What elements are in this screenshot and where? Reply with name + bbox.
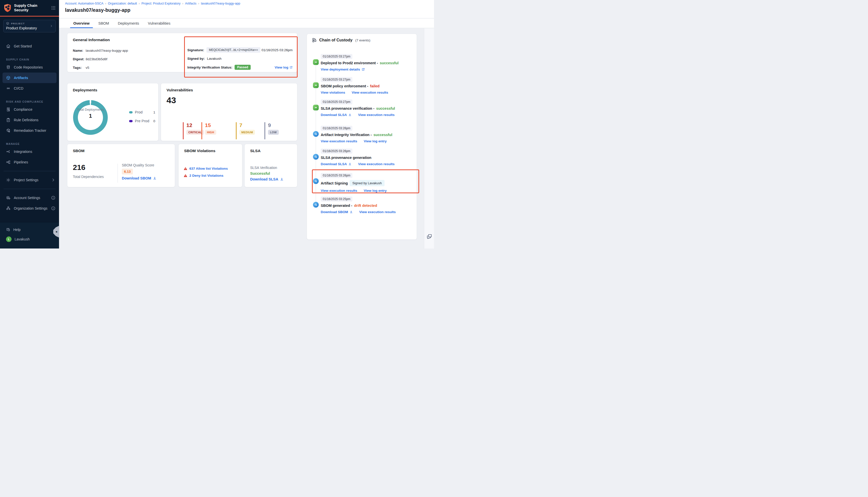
sidebar-item-account-settings[interactable]: Account Settings bbox=[0, 193, 59, 203]
chevron-right-icon bbox=[51, 178, 56, 182]
download-slsa-link[interactable]: Download SLSA bbox=[321, 113, 352, 117]
sidebar-item-artifacts[interactable]: Artifacts bbox=[2, 73, 56, 83]
field-label: Name: bbox=[73, 49, 86, 53]
sidebar-item-get-started[interactable]: Get Started bbox=[0, 41, 59, 52]
view-execution-results-link[interactable]: View execution results bbox=[321, 139, 357, 143]
sbom-quality-score-label: SBOM Quality Score bbox=[122, 163, 154, 167]
external-link-icon bbox=[362, 68, 365, 71]
tags-row: Tags: v5 bbox=[73, 66, 89, 70]
external-link-icon bbox=[290, 66, 293, 69]
home-icon bbox=[6, 44, 11, 48]
app-logo-row: Supply Chain Security bbox=[0, 0, 59, 17]
sidebar-item-cicd[interactable]: CI/CD bbox=[0, 83, 59, 94]
user-menu[interactable]: L Lavakush bbox=[0, 235, 59, 244]
sidebar-item-rule-definitions[interactable]: Rule Definitions bbox=[0, 115, 59, 125]
download-icon bbox=[350, 210, 353, 214]
event-status: successful bbox=[376, 106, 395, 111]
event-timestamp: 01/16/2025 03:27pm bbox=[321, 77, 352, 82]
sidebar-item-label: Compliance bbox=[14, 108, 32, 111]
download-icon bbox=[153, 176, 156, 180]
event-status: successful bbox=[374, 133, 392, 137]
breadcrumb-separator: › bbox=[105, 2, 106, 5]
breadcrumb-current-link[interactable]: lavakush07/easy-buggy-app bbox=[201, 2, 240, 5]
tab-vulnerabilities[interactable]: Vulnerabilities bbox=[145, 18, 174, 28]
download-slsa-link[interactable]: Download SLSA bbox=[321, 162, 352, 166]
scan-event-icon bbox=[313, 131, 319, 137]
view-execution-results-link[interactable]: View execution results bbox=[358, 162, 395, 166]
sidebar-item-project-settings[interactable]: Project Settings bbox=[0, 175, 59, 185]
event-status: drift detected bbox=[354, 203, 377, 208]
download-slsa-link[interactable]: Download SLSA bbox=[250, 177, 283, 181]
view-violations-link[interactable]: View violations bbox=[321, 90, 345, 94]
field-value: Lavakush bbox=[207, 57, 222, 60]
event-timestamp: 01/16/2025 03:26pm bbox=[321, 173, 352, 178]
legend-dot-prod bbox=[129, 111, 132, 113]
integrity-status-row: Integrity Verification Status: Passed Vi… bbox=[187, 65, 293, 70]
sidebar-item-compliance[interactable]: Compliance bbox=[0, 104, 59, 115]
box-tag-icon bbox=[6, 128, 11, 133]
view-log-entry-link[interactable]: View log entry bbox=[364, 189, 387, 193]
name-row: Name: lavakush07/easy-buggy-app bbox=[73, 49, 128, 53]
view-deployment-details-link[interactable]: View deployment details bbox=[321, 68, 365, 71]
digest-row: Digest: 8d23bd3b5d8f bbox=[73, 57, 107, 61]
allow-list-violations-link[interactable]: 637 Allow list Violations bbox=[184, 167, 228, 170]
help-button[interactable]: Help bbox=[0, 225, 59, 235]
signature-value-pill[interactable]: MEQCICde2VjIT...bL+2+mqnOXw== bbox=[207, 47, 261, 53]
view-execution-results-link[interactable]: View execution results bbox=[358, 113, 395, 117]
breadcrumb-separator: › bbox=[198, 2, 199, 5]
deployments-legend: Prod 1 Pre Prod 0 bbox=[129, 110, 155, 127]
download-sbom-link[interactable]: Download SBOM bbox=[122, 176, 156, 180]
view-log-entry-link[interactable]: View log entry bbox=[364, 139, 387, 143]
tab-overview[interactable]: Overview bbox=[70, 18, 93, 28]
legend-dot-pre-prod bbox=[129, 120, 132, 122]
event-title: Artifact Signing bbox=[321, 181, 348, 185]
tab-deployments[interactable]: Deployments bbox=[114, 18, 142, 28]
view-log-link[interactable]: View log bbox=[275, 66, 293, 69]
event-status: successful bbox=[380, 61, 398, 65]
download-icon bbox=[348, 162, 352, 166]
breadcrumb-organization-link[interactable]: Organization: default bbox=[108, 2, 137, 5]
sidebar-divider bbox=[3, 171, 56, 171]
sidebar-item-remediation-tracker[interactable]: Remediation Tracker bbox=[0, 125, 59, 136]
event-status: failed bbox=[370, 84, 379, 88]
sidebar-item-label: Pipelines bbox=[14, 160, 28, 164]
deny-list-violations-link[interactable]: 2 Deny list Violations bbox=[184, 174, 224, 178]
breadcrumb-artifacts-link[interactable]: Artifacts bbox=[185, 2, 196, 5]
event-title: SBOM policy enforcement - bbox=[321, 84, 368, 88]
info-icon[interactable] bbox=[51, 196, 56, 200]
project-selector[interactable]: PROJECT Product Exploratory bbox=[3, 20, 56, 32]
event-title: Deployed to Prod2 environment - bbox=[321, 61, 378, 65]
info-icon[interactable] bbox=[51, 206, 56, 211]
sidebar-item-code-repositories[interactable]: Code Repositories bbox=[0, 62, 59, 73]
view-execution-results-link[interactable]: View execution results bbox=[321, 189, 357, 193]
sidebar-item-label: Code Repositories bbox=[14, 65, 43, 69]
field-label: Signature: bbox=[187, 48, 204, 52]
sidebar-section-manage: MANAGE bbox=[0, 136, 59, 146]
sbom-total-dependencies-value: 216 bbox=[73, 163, 85, 172]
sidebar-item-pipelines[interactable]: Pipelines bbox=[0, 157, 59, 167]
card-title: SBOM Violations bbox=[184, 148, 215, 153]
event-timestamp: 01/16/2025 03:25pm bbox=[321, 197, 352, 201]
sidebar-item-integrations[interactable]: Integrations bbox=[0, 146, 59, 157]
sidebar-item-label: Integrations bbox=[14, 150, 32, 154]
feedback-chat-icon[interactable] bbox=[426, 233, 433, 240]
view-execution-results-link[interactable]: View execution results bbox=[359, 210, 395, 214]
download-sbom-link[interactable]: Download SBOM bbox=[321, 210, 353, 214]
compliance-doc-icon bbox=[6, 107, 11, 112]
breadcrumb-project-link[interactable]: Project: Product Exploratory bbox=[141, 2, 181, 5]
breadcrumb-account-link[interactable]: Account: Automation-SSCA bbox=[65, 2, 103, 5]
severity-medium: 7 MEDIUM bbox=[236, 122, 255, 139]
sidebar-item-organization-settings[interactable]: Organization Settings bbox=[0, 203, 59, 214]
artifacts-cube-icon bbox=[6, 75, 11, 80]
chain-event-slsa-verification: 01/16/2025 03:27pm SLSA provenance verif… bbox=[321, 99, 413, 117]
module-grid-icon[interactable] bbox=[51, 5, 56, 10]
card-title: Deployments bbox=[73, 88, 97, 93]
view-execution-results-link[interactable]: View execution results bbox=[352, 90, 388, 94]
tab-sbom[interactable]: SBOM bbox=[95, 18, 113, 28]
sidebar-item-label: CI/CD bbox=[14, 86, 23, 90]
sbom-violations-card: SBOM Violations 637 Allow list Violation… bbox=[178, 144, 242, 187]
scan-event-icon bbox=[313, 178, 319, 184]
legend-item-prod: Prod 1 bbox=[129, 110, 155, 115]
signed-by-row: Signed by: Lavakush bbox=[187, 57, 293, 60]
field-value: v5 bbox=[86, 66, 89, 70]
